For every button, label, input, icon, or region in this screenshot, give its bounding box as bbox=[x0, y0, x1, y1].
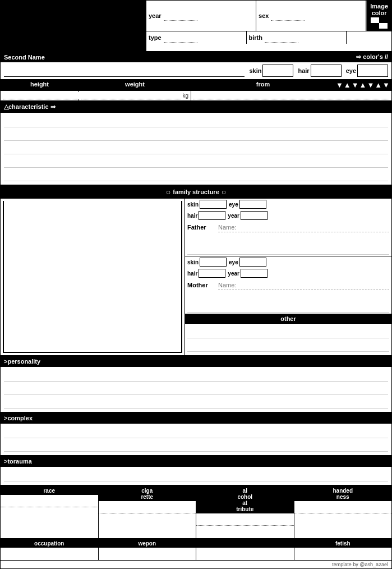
alcohol-input-2[interactable] bbox=[196, 526, 294, 538]
father-skin-input[interactable] bbox=[200, 200, 227, 209]
personality-line-3 bbox=[4, 396, 388, 409]
cigarette-col: ciga rette bbox=[99, 487, 197, 538]
year-label: year bbox=[149, 12, 162, 19]
hwf-header-row: height weight from ▼▲▼▲▼▲▼ bbox=[1, 80, 391, 91]
mother-year-label: year bbox=[228, 270, 239, 277]
father-attrs-row2: hair year bbox=[185, 210, 391, 221]
fetish-input[interactable] bbox=[294, 548, 392, 560]
mother-section: skin eye hair year bbox=[185, 256, 391, 314]
father-attrs-row1: skin eye bbox=[185, 199, 391, 210]
char-line-4 bbox=[4, 155, 388, 168]
mother-eye-group: eye bbox=[229, 258, 266, 267]
char-line-2 bbox=[4, 129, 388, 141]
family-right: skin eye hair year bbox=[185, 199, 391, 355]
father-hair-input[interactable] bbox=[199, 211, 225, 220]
swatch-white bbox=[371, 17, 379, 23]
other-header: other bbox=[185, 314, 391, 324]
top-right-fields: year sex Image color bbox=[146, 1, 391, 51]
cigarette-input-1[interactable] bbox=[99, 501, 196, 513]
swatch-white2 bbox=[379, 23, 388, 29]
race-input-1[interactable] bbox=[1, 495, 98, 507]
character-image bbox=[1, 1, 146, 51]
bottom-table: race ciga rette al cohol at tribute hand… bbox=[1, 486, 391, 539]
weight-input[interactable] bbox=[81, 92, 181, 99]
family-body: skin eye hair year bbox=[1, 199, 391, 356]
footer: template by @ash_a2ael bbox=[1, 561, 391, 568]
alcohol-input-1[interactable] bbox=[196, 513, 294, 526]
name-input[interactable] bbox=[4, 65, 245, 77]
race-input-2[interactable] bbox=[1, 507, 98, 520]
fetish-col-spacer bbox=[196, 539, 294, 560]
weapon-col: wepon bbox=[99, 539, 197, 560]
occupation-col: occupation bbox=[1, 539, 99, 560]
year-group: year bbox=[146, 1, 256, 31]
father-skin-label: skin bbox=[187, 201, 199, 208]
other-line-2 bbox=[187, 339, 389, 352]
mother-year-input[interactable] bbox=[241, 269, 268, 278]
color-ref-label: ⇨ color's // bbox=[356, 53, 388, 61]
sex-group: sex bbox=[256, 1, 366, 31]
father-eye-input[interactable] bbox=[239, 200, 266, 209]
name-input-row: skin hair eye bbox=[1, 62, 391, 80]
skin-input[interactable] bbox=[262, 65, 293, 77]
type-input[interactable] bbox=[164, 33, 197, 43]
complex-header: >complex bbox=[1, 413, 391, 424]
color-swatch bbox=[371, 17, 388, 29]
mother-name-input[interactable] bbox=[218, 280, 389, 290]
father-memo bbox=[187, 235, 389, 255]
race-col: race bbox=[1, 487, 99, 538]
year-input[interactable] bbox=[164, 11, 197, 21]
characteristic-lines bbox=[1, 113, 391, 186]
complex-line-1 bbox=[4, 426, 388, 438]
swatch-black bbox=[379, 17, 388, 23]
mother-skin-input[interactable] bbox=[200, 258, 227, 267]
alcohol-header: al cohol at tribute bbox=[196, 487, 294, 513]
eye-input[interactable] bbox=[357, 65, 388, 77]
mother-name-row: Mother bbox=[185, 279, 391, 291]
father-year-label: year bbox=[228, 213, 239, 219]
type-label: type bbox=[149, 34, 162, 41]
spacer bbox=[347, 31, 391, 44]
mother-memo bbox=[187, 292, 389, 313]
mother-hair-input[interactable] bbox=[199, 269, 225, 278]
fetish-spacer-input[interactable] bbox=[196, 548, 294, 560]
arrows-box: ▼▲▼▲▼▲▼ bbox=[335, 80, 391, 90]
personality-line-2 bbox=[4, 383, 388, 395]
top-row1: year sex Image color bbox=[146, 1, 391, 31]
cigarette-input-2[interactable] bbox=[99, 513, 196, 526]
family-header: ○ family structure ○ bbox=[1, 186, 391, 199]
torauma-header: >torauma bbox=[1, 456, 391, 467]
family-photo bbox=[3, 201, 182, 353]
occupation-input[interactable] bbox=[1, 548, 98, 560]
cigarette-header: ciga rette bbox=[99, 487, 196, 501]
other-line-1 bbox=[187, 326, 389, 338]
mother-eye-input[interactable] bbox=[239, 258, 266, 267]
from-input[interactable] bbox=[193, 92, 389, 99]
father-skin-group: skin bbox=[187, 200, 227, 209]
personality-header: >personality bbox=[1, 356, 391, 367]
sex-input[interactable] bbox=[271, 11, 305, 21]
weight-header: weight bbox=[79, 80, 191, 90]
torauma-line-1 bbox=[4, 469, 388, 481]
handedness-header: handed ness bbox=[294, 487, 392, 501]
eye-group: eye bbox=[346, 65, 388, 77]
height-input-cell: cm bbox=[1, 91, 79, 100]
hair-label: hair bbox=[298, 67, 309, 74]
handedness-input-2[interactable] bbox=[294, 513, 392, 526]
second-name-label: Second Name bbox=[4, 54, 45, 61]
height-input[interactable] bbox=[3, 92, 80, 99]
skin-label: skin bbox=[249, 67, 261, 74]
mother-skin-label: skin bbox=[187, 259, 199, 265]
characteristic-header: △characteristic ⇒ bbox=[1, 102, 391, 113]
weight-input-cell: kg bbox=[79, 91, 191, 100]
weapon-input[interactable] bbox=[99, 548, 196, 560]
father-year-group: year bbox=[228, 211, 268, 220]
hair-input[interactable] bbox=[311, 65, 342, 77]
birth-input[interactable] bbox=[265, 33, 298, 43]
handedness-input-1[interactable] bbox=[294, 501, 392, 513]
father-name-input[interactable] bbox=[218, 222, 389, 232]
father-year-input[interactable] bbox=[241, 211, 268, 220]
skin-group: skin bbox=[249, 65, 293, 77]
fetish-col: fetish bbox=[294, 539, 392, 560]
sex-label: sex bbox=[259, 12, 269, 19]
